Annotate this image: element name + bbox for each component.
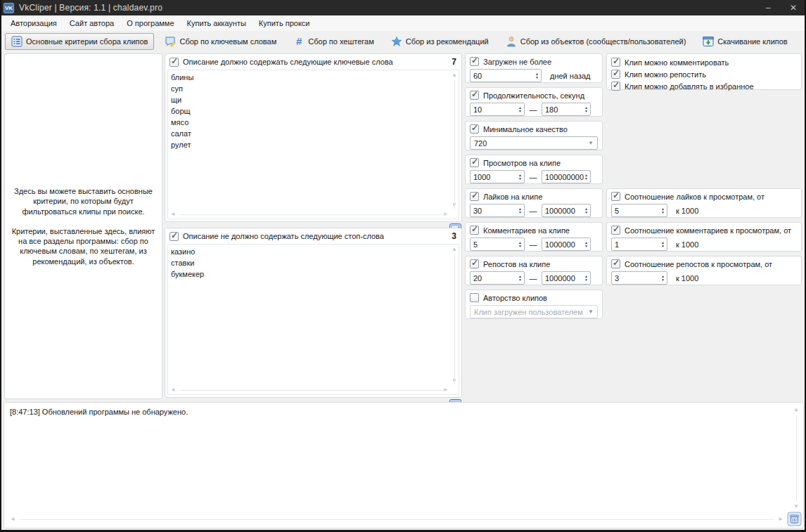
ratio-comments-checkbox[interactable]: [611, 226, 620, 235]
duration-max-stepper[interactable]: 180 ▲▼: [542, 103, 591, 116]
likes-checkbox[interactable]: [470, 192, 479, 201]
comments-min-stepper[interactable]: 5 ▲▼: [470, 238, 525, 251]
can-favorite-checkbox[interactable]: [611, 82, 620, 91]
minimize-button[interactable]: –: [755, 0, 781, 15]
list-item[interactable]: рулет: [171, 139, 459, 150]
likes-max-stepper[interactable]: 1000000 ▲▼: [542, 204, 591, 217]
vertical-scrollbar[interactable]: [796, 415, 797, 501]
ratio-likes-suffix: к 1000: [676, 207, 698, 215]
menu-authorization[interactable]: Авторизация: [4, 17, 63, 30]
ratio-comments-stepper[interactable]: 1 ▲▼: [611, 238, 667, 251]
duration-checkbox[interactable]: [470, 91, 479, 100]
views-max-stepper[interactable]: 100000000 ▲▼: [542, 170, 591, 183]
scroll-left-icon[interactable]: ◄: [10, 517, 15, 522]
likes-min-stepper[interactable]: 30 ▲▼: [470, 204, 525, 217]
scroll-right-icon[interactable]: ►: [778, 517, 783, 522]
tab-main-criteria[interactable]: Основные критерии сбора клипов: [5, 33, 154, 50]
vertical-scrollbar[interactable]: [454, 254, 455, 384]
tab-download-clips[interactable]: Скачивание клипов: [696, 33, 793, 50]
scroll-up-icon[interactable]: ▲: [452, 247, 457, 252]
duration-min-stepper[interactable]: 10 ▲▼: [470, 103, 525, 116]
horizontal-scrollbar[interactable]: [179, 390, 447, 391]
views-min-value: 1000: [473, 173, 490, 181]
reposts-min-stepper[interactable]: 20 ▲▼: [470, 271, 525, 285]
ratio-reposts-checkbox[interactable]: [611, 259, 620, 268]
stepper-arrows-icon[interactable]: ▲▼: [518, 106, 524, 113]
comments-checkbox[interactable]: [470, 226, 479, 235]
views-label: Просмотров на клипе: [483, 159, 561, 167]
vertical-scrollbar[interactable]: [454, 80, 455, 209]
list-item[interactable]: борщ: [171, 105, 459, 117]
stopwords-checkbox[interactable]: [169, 232, 179, 241]
menu-buy-accounts[interactable]: Купить аккаунты: [181, 17, 252, 30]
quality-checkbox[interactable]: [470, 124, 479, 134]
uploaded-days-stepper[interactable]: 60 ▲▼: [470, 69, 542, 82]
quality-value: 720: [474, 139, 487, 148]
stepper-arrows-icon[interactable]: ▲▼: [518, 241, 524, 248]
reposts-checkbox[interactable]: [470, 259, 479, 268]
uploaded-checkbox[interactable]: [470, 57, 479, 66]
list-item[interactable]: суп: [171, 83, 459, 94]
uploaded-suffix: дней назад: [550, 72, 590, 80]
ratio-likes-stepper[interactable]: 5 ▲▼: [611, 204, 667, 217]
stepper-arrows-icon[interactable]: ▲▼: [661, 207, 667, 214]
stepper-arrows-icon[interactable]: ▲▼: [584, 275, 590, 282]
filter-uploaded: Загружен не более 60 ▲▼ дней назад: [465, 53, 603, 83]
can-repost-checkbox[interactable]: [611, 70, 620, 79]
authorship-checkbox[interactable]: [470, 293, 479, 302]
stepper-arrows-icon[interactable]: ▲▼: [584, 207, 590, 214]
comments-max-value: 1000000: [545, 240, 575, 249]
stepper-arrows-icon[interactable]: ▲▼: [518, 207, 524, 214]
menu-buy-proxy[interactable]: Купить прокси: [252, 17, 316, 30]
horizontal-scrollbar[interactable]: [179, 214, 447, 215]
list-item[interactable]: ставки: [171, 257, 459, 268]
tab-objects-collect[interactable]: Сбор из объектов (сообществ/пользователе…: [499, 33, 693, 50]
ratio-likes-value: 5: [615, 207, 619, 215]
ratio-likes: Соотношение лайков к просмотрам, от 5 ▲▼…: [606, 188, 802, 218]
stepper-arrows-icon[interactable]: ▲▼: [518, 275, 524, 282]
authorship-dropdown[interactable]: Клип загружен пользователем ▼: [470, 305, 598, 318]
clear-log-button[interactable]: [787, 512, 802, 526]
stepper-arrows-icon[interactable]: ▲▼: [661, 275, 667, 282]
scroll-up-icon[interactable]: ▲: [452, 72, 457, 78]
scroll-up-icon[interactable]: ▲: [793, 407, 799, 413]
stepper-arrows-icon[interactable]: ▲▼: [584, 174, 590, 181]
keywords-checkbox[interactable]: [169, 58, 179, 67]
list-item[interactable]: мясо: [171, 117, 459, 128]
can-comment-checkbox[interactable]: [611, 58, 620, 67]
stopwords-list[interactable]: казино ставки букмекер ▲ ▼ ◄ ►: [167, 244, 459, 395]
close-button[interactable]: ✕: [781, 0, 806, 15]
reposts-max-stepper[interactable]: 1000000 ▲▼: [542, 271, 591, 285]
stepper-arrows-icon[interactable]: ▲▼: [518, 174, 524, 181]
stepper-arrows-icon[interactable]: ▲▼: [584, 241, 590, 248]
stepper-arrows-icon[interactable]: ▲▼: [535, 72, 541, 79]
views-checkbox[interactable]: [470, 158, 479, 167]
list-item[interactable]: казино: [171, 246, 459, 257]
keywords-list[interactable]: блины суп щи борщ мясо салат рулет ▲ ▼ ◄…: [167, 70, 459, 219]
menu-about[interactable]: О программе: [120, 17, 180, 30]
views-min-stepper[interactable]: 1000 ▲▼: [470, 170, 525, 183]
list-item[interactable]: блины: [171, 72, 459, 83]
list-icon: [11, 36, 23, 47]
stepper-arrows-icon[interactable]: ▲▼: [661, 241, 667, 248]
list-item[interactable]: салат: [171, 128, 459, 139]
keywords-panel-header: Описание должно содержать следующие ключ…: [165, 54, 461, 68]
keywords-panel: Описание должно содержать следующие ключ…: [165, 53, 462, 222]
quality-dropdown[interactable]: 720 ▼: [470, 136, 598, 150]
menu-author-site[interactable]: Сайт автора: [63, 17, 120, 30]
tab-keywords-collect[interactable]: Сбор по ключевым словам: [158, 33, 283, 50]
scroll-left-icon[interactable]: ◄: [170, 387, 176, 393]
list-item[interactable]: букмекер: [171, 268, 459, 280]
tab-hashtags-collect[interactable]: # Сбор по хештегам: [287, 33, 380, 50]
permissions-panel: Клип можно комментировать Клип можно реп…: [606, 53, 802, 90]
ratio-likes-checkbox[interactable]: [611, 192, 620, 201]
scroll-down-icon[interactable]: ▼: [793, 504, 799, 510]
horizontal-scrollbar[interactable]: [20, 519, 774, 520]
ratio-reposts-stepper[interactable]: 3 ▲▼: [611, 271, 667, 285]
tab-recommendations-collect[interactable]: Сбор из рекомендаций: [385, 33, 495, 50]
tab-label: Скачивание клипов: [717, 37, 787, 46]
comments-max-stepper[interactable]: 1000000 ▲▼: [542, 238, 591, 251]
list-item[interactable]: щи: [171, 94, 459, 105]
scroll-left-icon[interactable]: ◄: [170, 212, 176, 217]
stepper-arrows-icon[interactable]: ▲▼: [584, 106, 590, 113]
